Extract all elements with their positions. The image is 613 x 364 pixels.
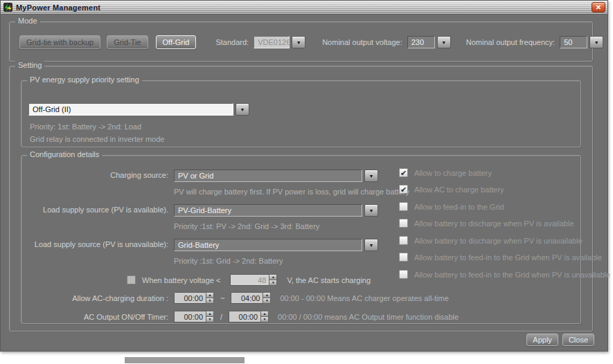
grid-tie-with-backup-button[interactable]: Grid-tie with backup — [19, 35, 100, 49]
spin-up-button[interactable]: ▲ — [260, 311, 269, 317]
configuration-details-group-label: Configuration details — [27, 150, 102, 158]
allow-feed-in-pv-available-checkbox[interactable] — [399, 253, 408, 262]
allow-feed-in-pv-available-label: Allow battery to feed-in to the Grid whe… — [414, 253, 602, 262]
spin-down-icon: ▼ — [265, 299, 269, 302]
ac-charging-to-value[interactable]: 04:00 — [231, 292, 263, 304]
allow-ac-charge-battery-checkbox[interactable]: ✔ — [399, 185, 408, 194]
ac-output-separator: / — [220, 313, 222, 321]
allow-feed-in-pv-unavailable-label: Allow battery to feed-in to the Grid whe… — [414, 271, 610, 279]
charging-source-hint: PV will charge battery first. If PV powe… — [174, 188, 409, 196]
spin-down-button[interactable]: ▼ — [260, 317, 269, 322]
nominal-voltage-combo[interactable]: 230 ▼ — [407, 36, 451, 48]
spin-up-button[interactable]: ▲ — [269, 274, 277, 280]
page-scroll-bar[interactable] — [125, 357, 245, 363]
allow-feed-in-pv-available-row: Allow battery to feed-in to the Grid whe… — [399, 253, 602, 262]
ac-charging-from-spinner[interactable]: 00:00 ▲ ▼ — [174, 292, 214, 304]
standard-combo-value[interactable]: VDE0126 — [254, 36, 290, 48]
spin-up-button[interactable]: ▲ — [206, 292, 214, 298]
mode-group-label: Mode — [15, 17, 40, 25]
load-supply-unavailable-combo[interactable]: Grid-Battery ▼ — [174, 239, 378, 251]
ac-output-timer-row: AC Output ON/Off Timer: 00:00 ▲ ▼ / 00:0… — [21, 311, 459, 322]
pv-priority-hint-2: Grid relay is connected in inverter mode — [30, 135, 164, 143]
ac-output-off-spinner[interactable]: 00:00 ▲ ▼ — [229, 311, 269, 322]
pv-priority-dropdown-button[interactable]: ▼ — [236, 103, 249, 116]
standard-label: Standard: — [215, 38, 249, 46]
grid-tie-button[interactable]: Grid-Tie — [107, 35, 148, 49]
standard-dropdown-button[interactable]: ▼ — [292, 36, 305, 48]
allow-feed-in-pv-unavailable-checkbox[interactable] — [399, 270, 408, 279]
setting-group: Setting PV energy supply priority settin… — [9, 66, 593, 331]
battery-voltage-checkbox[interactable] — [127, 275, 136, 284]
ac-charging-to-spinner[interactable]: 04:00 ▲ ▼ — [231, 292, 271, 304]
spin-down-button[interactable]: ▼ — [263, 298, 271, 304]
spin-up-icon: ▲ — [208, 312, 212, 316]
allow-discharge-pv-available-label: Allow battery to discharge when PV is av… — [414, 219, 574, 228]
spin-up-icon: ▲ — [265, 293, 269, 297]
allow-feed-in-pv-unavailable-row: Allow battery to feed-in to the Grid whe… — [399, 270, 610, 279]
mode-group: Mode Grid-tie with backup Grid-Tie Off-G… — [9, 21, 593, 62]
load-supply-available-combo[interactable]: PV-Grid-Battery ▼ — [174, 204, 378, 217]
apply-button[interactable]: Apply — [526, 334, 558, 346]
allow-feed-in-grid-checkbox[interactable] — [399, 202, 408, 211]
nominal-voltage-dropdown-button[interactable]: ▼ — [437, 36, 451, 48]
load-supply-unavailable-value[interactable]: Grid-Battery — [174, 239, 362, 251]
ac-charging-duration-label: Allow AC-charging duration : — [21, 294, 168, 302]
spin-down-icon: ▼ — [272, 281, 275, 284]
app-logo-icon — [3, 3, 12, 12]
load-supply-available-dropdown-button[interactable]: ▼ — [364, 204, 378, 217]
pv-priority-hint-1: Priority: 1st: Battery -> 2nd: Load — [30, 122, 141, 131]
spin-up-icon: ▲ — [263, 312, 267, 316]
spin-down-button[interactable]: ▼ — [206, 317, 214, 322]
nominal-voltage-value[interactable]: 230 — [407, 36, 435, 48]
battery-voltage-spinner[interactable]: 48 ▲ ▼ — [230, 274, 277, 286]
spin-up-button[interactable]: ▲ — [263, 292, 271, 298]
pv-priority-combo[interactable]: Off-Grid (II) ▼ — [28, 103, 249, 116]
charging-source-combo[interactable]: PV or Grid ▼ — [174, 170, 378, 182]
spin-down-button[interactable]: ▼ — [206, 298, 214, 304]
allow-discharge-pv-unavailable-checkbox[interactable] — [399, 236, 408, 245]
standard-combo[interactable]: VDE0126 ▼ — [254, 36, 305, 48]
charging-source-dropdown-button[interactable]: ▼ — [364, 170, 378, 182]
chevron-down-icon: ▼ — [594, 40, 599, 45]
charging-source-value[interactable]: PV or Grid — [174, 170, 362, 182]
spin-down-icon: ▼ — [208, 318, 212, 321]
allow-charge-battery-row: ✔ Allow to charge battery — [399, 168, 492, 177]
nominal-frequency-value[interactable]: 50 — [560, 36, 587, 48]
ac-output-on-value[interactable]: 00:00 — [174, 311, 206, 322]
off-grid-button[interactable]: Off-Grid — [156, 35, 197, 49]
load-supply-available-value[interactable]: PV-Grid-Battery — [174, 204, 362, 217]
nominal-frequency-dropdown-button[interactable]: ▼ — [589, 36, 603, 48]
ac-output-on-spin-buttons: ▲ ▼ — [206, 311, 214, 322]
ac-charging-duration-row: Allow AC-charging duration : 00:00 ▲ ▼ ~… — [21, 292, 449, 304]
allow-discharge-pv-unavailable-label: Allow battery to discharge when PV is un… — [414, 237, 583, 245]
window-body: Mode Grid-tie with backup Grid-Tie Off-G… — [1, 15, 607, 351]
nominal-frequency-combo[interactable]: 50 ▼ — [560, 36, 603, 48]
ac-output-off-value[interactable]: 00:00 — [229, 311, 260, 322]
close-button[interactable]: Close — [562, 334, 594, 346]
chevron-down-icon: ▼ — [240, 107, 245, 112]
allow-charge-battery-checkbox[interactable]: ✔ — [399, 168, 408, 177]
battery-voltage-value[interactable]: 48 — [230, 274, 269, 286]
title-bar[interactable]: MyPower Management ✕ — [1, 1, 607, 15]
ac-output-timer-label: AC Output ON/Off Timer: — [21, 313, 168, 321]
allow-discharge-pv-available-checkbox[interactable] — [399, 219, 408, 228]
ac-output-on-spinner[interactable]: 00:00 ▲ ▼ — [174, 311, 214, 322]
pv-priority-value[interactable]: Off-Grid (II) — [28, 103, 233, 116]
page-background: MyPower Management ✕ Mode Grid-tie with … — [0, 0, 613, 364]
mypower-management-window: MyPower Management ✕ Mode Grid-tie with … — [0, 0, 608, 352]
ac-output-hint: 00:00 / 00:00 means AC Output timer func… — [278, 313, 459, 321]
nominal-frequency-label: Nominal output frequency: — [466, 38, 555, 46]
spin-down-button[interactable]: ▼ — [269, 280, 277, 286]
ac-charging-hint: 00:00 - 00:00 Means AC charger operates … — [280, 294, 448, 302]
load-supply-unavailable-dropdown-button[interactable]: ▼ — [364, 239, 378, 251]
charging-source-label: Charging source: — [21, 171, 168, 179]
ac-charging-from-spin-buttons: ▲ ▼ — [206, 292, 214, 304]
spin-down-icon: ▼ — [263, 318, 267, 321]
allow-charge-battery-label: Allow to charge battery — [414, 169, 492, 177]
spin-down-icon: ▼ — [208, 299, 212, 302]
ac-charging-from-value[interactable]: 00:00 — [174, 292, 206, 304]
allow-feed-in-grid-label: Allow to feed-in to the Grid — [414, 203, 504, 211]
load-supply-available-hint: Priority :1st: PV -> 2nd: Grid -> 3rd: B… — [174, 222, 319, 230]
spin-up-button[interactable]: ▲ — [206, 311, 214, 317]
window-close-button[interactable]: ✕ — [592, 2, 605, 12]
